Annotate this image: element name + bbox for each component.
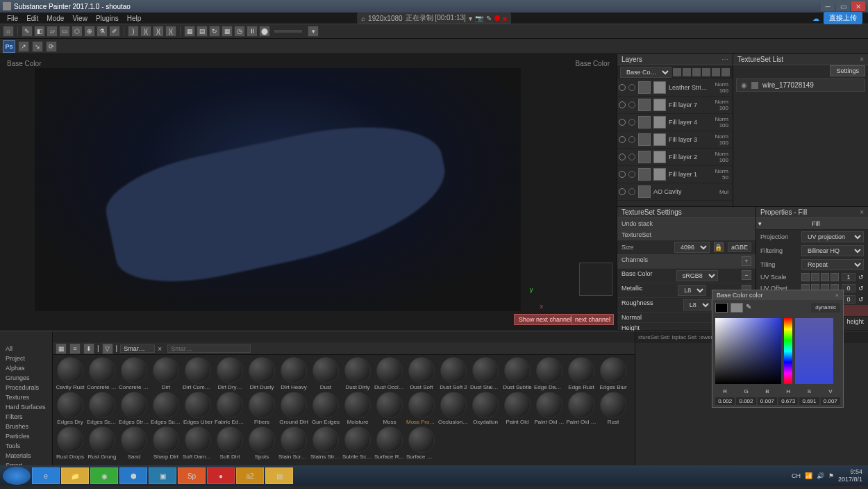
toggle-icon[interactable]: [831, 273, 839, 281]
shelf-item[interactable]: Dust Occlu…: [374, 357, 405, 390]
shelf-thumb[interactable]: [440, 392, 467, 418]
shelf-thumb[interactable]: [217, 392, 243, 418]
viewport-3d[interactable]: Base Color Base Color Show next channel …: [0, 54, 617, 331]
shelf-category[interactable]: Project: [0, 354, 52, 363]
shelf-item[interactable]: Cavity Rust: [55, 357, 85, 390]
layer-channel-select[interactable]: Base Co…: [620, 67, 671, 78]
layer-thumb[interactable]: [638, 99, 651, 111]
clear-filter-icon[interactable]: ×: [158, 345, 165, 352]
upload-button[interactable]: 直接上传: [824, 12, 862, 24]
shelf-thumb[interactable]: [89, 357, 115, 383]
taskbar-explorer-icon[interactable]: 📁: [61, 467, 89, 484]
eraser-tool-icon[interactable]: ◧: [34, 26, 45, 37]
color-channel-value[interactable]: 0.002: [715, 397, 735, 405]
shelf-item[interactable]: Edges Stro…: [119, 392, 149, 425]
shelf-sort-icon[interactable]: ▽: [102, 343, 113, 354]
shelf-thumb[interactable]: [344, 357, 371, 383]
shelf-item[interactable]: Dirt Dry…: [215, 357, 245, 390]
symmetry-y-icon[interactable]: )(: [153, 26, 164, 37]
shelf-item[interactable]: Moss: [374, 392, 405, 425]
shelf-item[interactable]: Gun Edges: [310, 392, 341, 425]
add-folder-icon[interactable]: [712, 68, 720, 76]
shelf-item[interactable]: Oxydation: [470, 392, 501, 425]
shelf-item[interactable]: Moisture: [342, 392, 373, 425]
reset-icon[interactable]: ↺: [858, 274, 864, 281]
eye-icon[interactable]: [619, 154, 626, 160]
layer-thumb[interactable]: [638, 116, 651, 129]
chevron-down-icon[interactable]: ▾: [758, 220, 762, 227]
color-channel-value[interactable]: 0.691: [799, 397, 819, 405]
brush-tool-icon[interactable]: ✎: [22, 26, 33, 37]
settings-icon[interactable]: ▾: [308, 26, 319, 37]
shelf-thumb[interactable]: [57, 357, 83, 383]
shelf-item[interactable]: Subtle Scr…: [342, 426, 373, 460]
layer-selector[interactable]: [628, 119, 635, 126]
layer-thumb[interactable]: [638, 133, 651, 146]
opacity-icon[interactable]: [673, 68, 681, 76]
shelf-thumb[interactable]: [344, 392, 371, 418]
symmetry-x-icon[interactable]: )(: [140, 26, 151, 37]
show-next-channel-button[interactable]: Show next channel: [514, 314, 576, 325]
settings-button[interactable]: Settings: [830, 65, 865, 76]
shelf-category[interactable]: Smart materials: [0, 461, 52, 465]
eye-icon[interactable]: [619, 119, 626, 126]
shelf-item[interactable]: Edges Sub…: [151, 392, 181, 425]
layer-row[interactable]: Fill layer 2 Norm 100: [617, 149, 733, 166]
shelf-item[interactable]: Concrete E…: [119, 357, 149, 390]
pencil-icon[interactable]: ✎: [486, 15, 492, 22]
shelf-item[interactable]: Edge Dam…: [534, 357, 565, 390]
layer-thumb[interactable]: [638, 185, 651, 198]
camera-rotate-icon[interactable]: ↻: [209, 26, 220, 37]
shelf-item[interactable]: Surface W…: [406, 426, 437, 460]
toggle-icon[interactable]: [801, 273, 810, 281]
eye-icon[interactable]: [619, 188, 626, 195]
shelf-item[interactable]: Edges Dry: [55, 392, 85, 425]
system-clock[interactable]: 9:54 2017/8/1: [838, 468, 865, 483]
shelf-item[interactable]: Rust Drops: [55, 426, 85, 460]
layer-opacity[interactable]: 100: [715, 122, 731, 129]
shelf-thumb[interactable]: [281, 426, 307, 453]
layer-mask-thumb[interactable]: [653, 168, 666, 181]
blend-mode[interactable]: Mul: [719, 189, 731, 195]
layer-thumb[interactable]: [638, 168, 651, 181]
shelf-category[interactable]: Grunges: [0, 373, 52, 383]
shelf-thumb[interactable]: [376, 392, 403, 418]
shelf-thumb[interactable]: [408, 357, 435, 383]
shelf-item[interactable]: Stains Stru…: [310, 426, 341, 460]
shelf-thumb[interactable]: [281, 357, 307, 383]
shelf-item[interactable]: Dust: [310, 357, 341, 390]
shelf-item[interactable]: Paint Old: [502, 392, 533, 425]
shelf-category[interactable]: Filters: [0, 412, 52, 422]
refresh-icon[interactable]: ⟳: [46, 41, 57, 52]
property-select[interactable]: Bilinear HQ: [801, 245, 864, 256]
shelf-item[interactable]: Surface Rust: [374, 426, 405, 460]
shelf-thumb[interactable]: [536, 357, 562, 383]
layer-row[interactable]: Leather Stri… Norm 100: [617, 79, 733, 97]
property-value[interactable]: 0: [842, 284, 856, 292]
shelf-category[interactable]: Brushes: [0, 422, 52, 431]
shelf-thumb[interactable]: [472, 392, 499, 418]
projection-tool-icon[interactable]: ▱: [47, 26, 58, 37]
shelf-thumb[interactable]: [440, 357, 467, 383]
shelf-thumb[interactable]: [600, 392, 626, 418]
blend-mode[interactable]: Norm: [715, 81, 731, 88]
shelf-item[interactable]: Sand: [119, 426, 149, 460]
shelf-item[interactable]: Sharp Dirt: [151, 426, 181, 460]
shelf-thumb[interactable]: [121, 357, 147, 383]
layer-row[interactable]: AO Cavity Mul: [617, 183, 733, 201]
hue-slider[interactable]: [784, 318, 792, 384]
next-channel-button[interactable]: next channel: [571, 314, 614, 325]
shelf-item[interactable]: Edges Uber: [183, 392, 213, 425]
reset-icon[interactable]: ↺: [858, 296, 864, 303]
shelf-category[interactable]: Materials: [0, 451, 52, 461]
add-mask-icon[interactable]: [702, 68, 710, 76]
current-color-swatch[interactable]: [715, 303, 728, 313]
shelf-thumb[interactable]: [536, 392, 562, 418]
shelf-item[interactable]: Dust Soft: [406, 357, 437, 390]
shelf-item[interactable]: Rust Grung: [87, 426, 117, 460]
shelf-item[interactable]: Dirt Compl…: [183, 357, 213, 390]
shelf-item[interactable]: Paint Old …: [534, 392, 565, 425]
add-fill-icon[interactable]: [692, 68, 701, 76]
shelf-item[interactable]: Moss From…: [406, 392, 437, 425]
shelf-thumb[interactable]: [185, 426, 211, 453]
